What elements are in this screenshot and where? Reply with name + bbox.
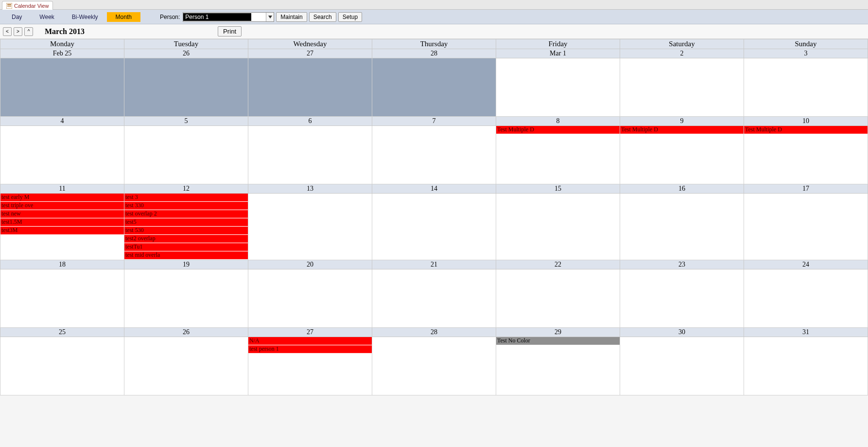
- day-cell[interactable]: [372, 194, 496, 260]
- day-cell[interactable]: [372, 269, 496, 328]
- date-header[interactable]: 25: [0, 328, 124, 337]
- date-header[interactable]: 28: [372, 328, 496, 337]
- prev-button[interactable]: <: [3, 27, 12, 36]
- day-cell[interactable]: [0, 126, 124, 184]
- print-button[interactable]: Print: [218, 26, 242, 36]
- date-header[interactable]: 14: [372, 184, 496, 194]
- tab-calendar-view[interactable]: Calendar View: [2, 1, 53, 10]
- date-header[interactable]: 26: [124, 49, 248, 58]
- view-month-button[interactable]: Month: [107, 12, 140, 22]
- day-cell[interactable]: test 3test 330test overlap 2test5test 53…: [124, 194, 248, 260]
- day-cell[interactable]: [248, 269, 372, 328]
- today-button[interactable]: ^: [24, 27, 33, 36]
- day-cell[interactable]: [124, 337, 248, 395]
- date-header[interactable]: 11: [0, 184, 124, 194]
- date-header[interactable]: 24: [744, 260, 868, 269]
- person-select-input[interactable]: [183, 13, 251, 21]
- calendar-event[interactable]: test triple ove: [0, 202, 124, 210]
- day-cell[interactable]: [496, 269, 620, 328]
- date-header[interactable]: 30: [620, 328, 744, 337]
- day-cell[interactable]: [620, 269, 744, 328]
- day-cell[interactable]: [372, 126, 496, 184]
- calendar-event[interactable]: Test Multiple D: [744, 126, 868, 134]
- date-header[interactable]: 16: [620, 184, 744, 194]
- date-header[interactable]: 21: [372, 260, 496, 269]
- day-cell[interactable]: Test Multiple D: [744, 126, 868, 184]
- date-header[interactable]: 15: [496, 184, 620, 194]
- date-header[interactable]: 5: [124, 117, 248, 126]
- date-header[interactable]: 2: [620, 49, 744, 58]
- date-header[interactable]: 28: [372, 49, 496, 58]
- date-header[interactable]: 12: [124, 184, 248, 194]
- day-cell[interactable]: [620, 337, 744, 395]
- date-header[interactable]: Mar 1: [496, 49, 620, 58]
- date-header[interactable]: 23: [620, 260, 744, 269]
- date-header[interactable]: 19: [124, 260, 248, 269]
- date-header[interactable]: 7: [372, 117, 496, 126]
- date-header[interactable]: Feb 25: [0, 49, 124, 58]
- calendar-event[interactable]: test person 1: [248, 345, 372, 353]
- date-header[interactable]: 3: [744, 49, 868, 58]
- setup-button[interactable]: Setup: [338, 12, 362, 22]
- day-cell[interactable]: [372, 337, 496, 395]
- date-header[interactable]: 31: [744, 328, 868, 337]
- calendar-event[interactable]: test mid overla: [124, 251, 248, 259]
- calendar-event[interactable]: Test Multiple D: [496, 126, 620, 134]
- date-header[interactable]: 9: [620, 117, 744, 126]
- day-cell[interactable]: [744, 58, 868, 117]
- day-cell[interactable]: [124, 58, 248, 117]
- calendar-event[interactable]: test 330: [124, 202, 248, 210]
- day-cell[interactable]: N/Atest person 1: [248, 337, 372, 395]
- date-header[interactable]: 17: [744, 184, 868, 194]
- date-header[interactable]: 26: [124, 328, 248, 337]
- day-cell[interactable]: [248, 58, 372, 117]
- day-cell[interactable]: [496, 58, 620, 117]
- date-header[interactable]: 8: [496, 117, 620, 126]
- calendar-event[interactable]: test 530: [124, 227, 248, 234]
- person-select[interactable]: [183, 12, 274, 22]
- next-button[interactable]: >: [14, 27, 22, 36]
- view-week-button[interactable]: Week: [31, 12, 63, 22]
- day-cell[interactable]: [744, 337, 868, 395]
- day-cell[interactable]: [0, 337, 124, 395]
- date-header[interactable]: 6: [248, 117, 372, 126]
- date-header[interactable]: 27: [248, 49, 372, 58]
- date-header[interactable]: 22: [496, 260, 620, 269]
- calendar-event[interactable]: test early M: [0, 194, 124, 201]
- calendar-event[interactable]: Test No Color: [496, 337, 620, 345]
- day-cell[interactable]: [124, 269, 248, 328]
- view-day-button[interactable]: Day: [3, 12, 31, 22]
- day-cell[interactable]: Test No Color: [496, 337, 620, 395]
- calendar-event[interactable]: test2 overlap: [124, 235, 248, 243]
- calendar-event[interactable]: test3M: [0, 227, 124, 234]
- day-cell[interactable]: test early Mtest triple ovetest newtest1…: [0, 194, 124, 260]
- day-cell[interactable]: [0, 58, 124, 117]
- calendar-event[interactable]: test5: [124, 218, 248, 226]
- day-cell[interactable]: [248, 126, 372, 184]
- day-cell[interactable]: [620, 194, 744, 260]
- day-cell[interactable]: [0, 269, 124, 328]
- date-header[interactable]: 10: [744, 117, 868, 126]
- day-cell[interactable]: [248, 194, 372, 260]
- date-header[interactable]: 27: [248, 328, 372, 337]
- calendar-event[interactable]: N/A: [248, 337, 372, 345]
- day-cell[interactable]: [744, 269, 868, 328]
- calendar-event[interactable]: Test Multiple D: [620, 126, 744, 134]
- chevron-down-icon[interactable]: [266, 13, 274, 21]
- date-header[interactable]: 18: [0, 260, 124, 269]
- day-cell[interactable]: Test Multiple D: [496, 126, 620, 184]
- view-biweekly-button[interactable]: Bi-Weekly: [63, 12, 107, 22]
- calendar-event[interactable]: testTu1: [124, 243, 248, 251]
- calendar-event[interactable]: test overlap 2: [124, 210, 248, 218]
- day-cell[interactable]: [372, 58, 496, 117]
- maintain-button[interactable]: Maintain: [276, 12, 307, 22]
- date-header[interactable]: 13: [248, 184, 372, 194]
- calendar-event[interactable]: test1.5M: [0, 218, 124, 226]
- day-cell[interactable]: [744, 194, 868, 260]
- day-cell[interactable]: [124, 126, 248, 184]
- day-cell[interactable]: Test Multiple D: [620, 126, 744, 184]
- date-header[interactable]: 4: [0, 117, 124, 126]
- day-cell[interactable]: [620, 58, 744, 117]
- calendar-event[interactable]: test 3: [124, 194, 248, 201]
- date-header[interactable]: 20: [248, 260, 372, 269]
